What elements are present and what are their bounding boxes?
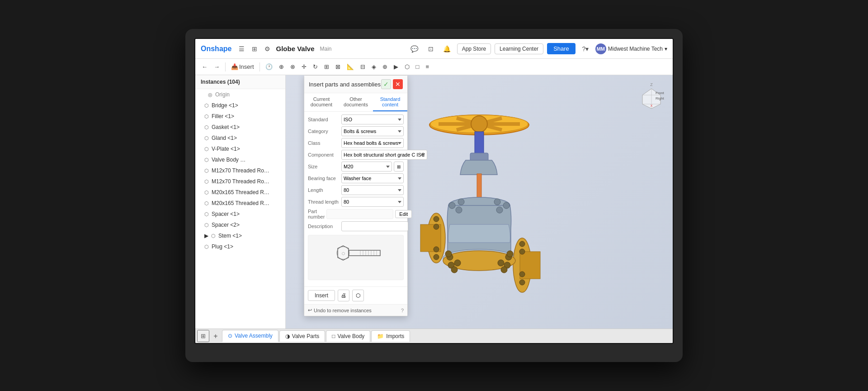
tool-pattern[interactable]: ⊟ [358, 62, 368, 72]
part-icon: ⬡ [204, 146, 209, 152]
appstore-button[interactable]: App Store [457, 43, 491, 54]
size-table-button[interactable]: ⊞ [394, 162, 404, 172]
tab-standard-content[interactable]: Standardcontent [373, 93, 407, 111]
tool-bom[interactable]: ≡ [423, 62, 432, 72]
part-icon: ⬡ [204, 211, 209, 217]
tool-rotate[interactable]: ↻ [310, 62, 321, 72]
tool-render[interactable]: ⬡ [402, 62, 412, 72]
dialog-help-icon[interactable]: ? [401, 308, 404, 313]
svg-text:X: X [651, 104, 653, 107]
component-field-row: Component Hex bolt structural short grad… [308, 150, 404, 160]
tool-simulate[interactable]: ▶ [391, 62, 401, 72]
standard-field-row: Standard ISO [308, 114, 404, 124]
part-icon: ⬡ [204, 179, 209, 185]
sidebar-item-vplate[interactable]: ⬡ V-Plate <1> [195, 143, 285, 154]
sidebar-item-valvebody[interactable]: ⬡ Valve Body … [195, 154, 285, 165]
share-button[interactable]: Share [547, 43, 576, 54]
outline-view-button[interactable]: ⊞ [250, 43, 259, 54]
svg-text:Z: Z [650, 82, 653, 87]
size-field-row: Size M20 ⊞ [308, 162, 404, 172]
tab-valve-parts[interactable]: ◑ Valve Parts [279, 330, 325, 342]
folder-icon: 📁 [377, 333, 384, 339]
tool-explode[interactable]: ◈ [369, 62, 379, 72]
tab-imports[interactable]: 📁 Imports [371, 330, 410, 342]
view-cube[interactable]: Z Front Right X [636, 81, 667, 112]
tab-current-document[interactable]: Currentdocument [304, 93, 339, 111]
sidebar-item-spacer1[interactable]: ⬡ Spacer <1> [195, 209, 285, 219]
sidebar-item-gasket[interactable]: ⬡ Gasket <1> [195, 122, 285, 133]
tool-connector[interactable]: ⊠ [333, 62, 343, 72]
dialog-confirm-button[interactable]: ✓ [381, 79, 391, 89]
bearing-face-select[interactable]: Washer face [341, 173, 404, 183]
component-select[interactable]: Hex bolt structural short grade C ISC [341, 150, 427, 160]
tool-clock[interactable]: 🕐 [263, 62, 275, 72]
tab-valve-assembly[interactable]: ⊙ Valve Assembly [222, 330, 278, 342]
sidebar-item-label: Plug <1> [212, 243, 233, 250]
sidebar-item-bridge[interactable]: ⬡ Bridge <1> [195, 100, 285, 111]
svg-point-15 [458, 199, 464, 205]
insert-part-button[interactable]: Insert [308, 290, 335, 301]
tool-section[interactable]: ⊕ [380, 62, 390, 72]
document-title: Globe Valve [276, 45, 314, 52]
standard-select[interactable]: ISO [341, 114, 404, 124]
description-input[interactable] [341, 221, 408, 231]
thread-length-label: Thread length [308, 199, 340, 205]
hamburger-menu-button[interactable]: ☰ [237, 43, 246, 54]
sidebar-item-origin[interactable]: ◎ Origin [195, 89, 285, 100]
sidebar-item-stem[interactable]: ▶ ⬡ Stem <1> [195, 230, 285, 241]
insert-icon: 📥 [231, 63, 238, 70]
description-label: Description [308, 224, 340, 229]
sidebar-item-m20x165-1[interactable]: ⬡ M20x165 Threaded R… [195, 187, 285, 198]
edit-button[interactable]: Edit [395, 210, 412, 218]
sidebar-item-m12x70-1[interactable]: ⬡ M12x70 Threaded Ro… [195, 165, 285, 176]
dialog-close-button[interactable]: ✕ [393, 79, 403, 89]
svg-point-28 [519, 241, 525, 247]
tab-other-documents[interactable]: Otherdocuments [339, 93, 373, 111]
sidebar-item-plug[interactable]: ⬡ Plug <1> [195, 241, 285, 252]
settings-button[interactable]: ⚙ [263, 43, 272, 54]
tab-label: Valve Parts [292, 333, 319, 339]
sidebar-item-m12x70-2[interactable]: ⬡ M12x70 Threaded Ro… [195, 176, 285, 187]
chat-icon-button[interactable]: 💬 [408, 43, 421, 55]
help-button[interactable]: ?▾ [579, 43, 592, 55]
redo-button[interactable]: → [211, 62, 222, 72]
undo-link[interactable]: Undo to remove instances [314, 308, 372, 313]
thread-length-select[interactable]: 80 [341, 197, 404, 207]
3d-viewport[interactable]: Z Front Right X Insert [286, 75, 673, 329]
sidebar-item-spacer2[interactable]: ⬡ Spacer <2> [195, 219, 285, 230]
tool-snap[interactable]: ⊞ [321, 62, 332, 72]
tool-measure[interactable]: 📐 [344, 62, 357, 72]
add-tab-button[interactable]: + [210, 331, 221, 342]
screen: Onshape ☰ ⊞ ⚙ Globe Valve Main 💬 ⊡ 🔔 App… [194, 38, 674, 344]
part-icon: ⬡ [204, 103, 209, 109]
sidebar-item-filler[interactable]: ⬡ Filler <1> [195, 111, 285, 122]
sidebar-item-gland[interactable]: ⬡ Gland <1> [195, 133, 285, 143]
bottom-tabs: ⊞ + ⊙ Valve Assembly ◑ Valve Parts □ Val… [195, 329, 673, 343]
part-number-input[interactable] [326, 209, 393, 219]
top-nav: Onshape ☰ ⊞ ⚙ Globe Valve Main 💬 ⊡ 🔔 App… [195, 39, 673, 59]
tool-joint[interactable]: ⊗ [288, 62, 298, 72]
tool-move[interactable]: ✛ [299, 62, 309, 72]
tabs-menu-button[interactable]: ⊞ [197, 330, 209, 342]
part-icon: ⬡ [204, 222, 209, 228]
export-button[interactable]: ⬡ [352, 290, 364, 301]
svg-point-25 [434, 254, 439, 260]
class-select[interactable]: Hex head bolts & screws [341, 138, 404, 148]
user-badge[interactable]: MM Midwest Machine Tech ▾ [595, 43, 667, 54]
tool-transform[interactable]: ⊕ [276, 62, 287, 72]
notification-button[interactable]: ⊡ [425, 43, 437, 55]
part-icon: ⬡ [204, 200, 209, 206]
part-icon: ⬡ [204, 114, 209, 119]
learning-center-button[interactable]: Learning Center [495, 43, 543, 54]
tab-valve-body[interactable]: □ Valve Body [326, 330, 370, 342]
undo-button[interactable]: ← [199, 62, 210, 72]
category-select[interactable]: Bolts & screws [341, 126, 404, 136]
svg-rect-54 [349, 250, 380, 256]
length-select[interactable]: 80 [341, 185, 404, 195]
tool-drawing[interactable]: □ [413, 62, 422, 72]
insert-button[interactable]: 📥 Insert [228, 62, 257, 72]
sidebar-item-m20x165-2[interactable]: ⬡ M20x165 Threaded R… [195, 198, 285, 209]
size-select[interactable]: M20 [341, 162, 392, 172]
bell-icon-button[interactable]: 🔔 [441, 43, 453, 55]
print-button[interactable]: 🖨 [338, 290, 349, 301]
